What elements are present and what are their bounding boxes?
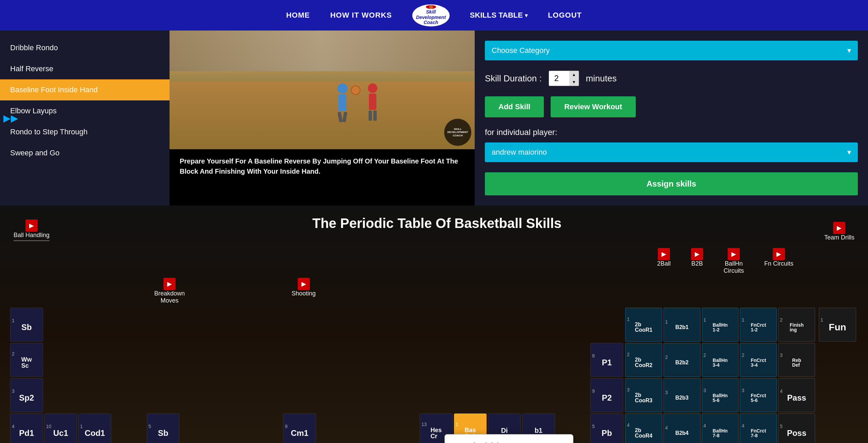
empty-cell (181, 343, 214, 377)
element-ballhn78[interactable]: 4 BallHn7-8 (702, 413, 739, 443)
sidebar-item-rondo[interactable]: Rondo to Step Through (0, 121, 170, 142)
element-cod1[interactable]: 1 Cod1 (78, 413, 111, 443)
sidebar-item-elbow[interactable]: Elbow Layups (0, 100, 170, 121)
empty-cell (215, 413, 248, 443)
empty-cell (386, 378, 418, 412)
empty-cell (522, 343, 555, 377)
element-fncrct12[interactable]: 1 FnCrct1-2 (740, 308, 777, 342)
element-2bcoor2[interactable]: 2 2bCooR2 (625, 343, 662, 377)
empty-cell (44, 343, 77, 377)
periodic-table-section: ▶ Ball Handling The Periodic Table Of Ba… (0, 206, 868, 443)
video-caption: Prepare Yourself For A Baseline Reverse … (170, 149, 475, 183)
empty-cell (556, 378, 589, 412)
element-sb2[interactable]: 5 Sb (147, 413, 180, 443)
element-p1[interactable]: 8 P1 (590, 343, 623, 377)
nav-skills-table[interactable]: SKILLS TABLE ▾ (470, 11, 528, 20)
empty-cell (147, 378, 180, 412)
empty-cell (352, 343, 384, 377)
empty-cell (283, 343, 316, 377)
b2b-play-button[interactable]: ▶ (691, 248, 703, 260)
nav-logout[interactable]: LOGOUT (548, 11, 582, 20)
nav-left-arrow[interactable]: ▶▶ (3, 113, 18, 124)
nav-links: HOME HOW IT WORKS 🏀 SkillDevelopmentCoac… (286, 4, 582, 26)
empty-cell (113, 413, 145, 443)
element-basfn6[interactable]: 1 BasFn6 6 Basic Finishes 6 Basic Finish… (454, 413, 487, 443)
sidebar-item-half-reverse[interactable]: Half Reverse (0, 58, 170, 79)
nav-home[interactable]: HOME (286, 11, 310, 20)
element-fun[interactable]: 1 Fun (819, 308, 856, 342)
element-ballhn34[interactable]: 2 BallHn3-4 (702, 343, 739, 377)
empty-cell (249, 378, 282, 412)
element-fncrct56[interactable]: 3 FnCrct5-6 (740, 378, 777, 412)
element-ballhn56[interactable]: 3 BallHn5-6 (702, 378, 739, 412)
periodic-table-title: The Periodic Table Of Basketball Skills (312, 216, 561, 231)
sidebar-item-sweep[interactable]: Sweep and Go (0, 142, 170, 163)
element-sb[interactable]: 1 Sb (10, 308, 43, 342)
sidebar-item-dribble-rondo[interactable]: Dribble Rondo (0, 37, 170, 58)
element-b2b4[interactable]: 4 B2b4 (664, 413, 701, 443)
element-ballhn12[interactable]: 1 BallHn1-2 (702, 308, 739, 342)
ball-handling-category: ▶ Ball Handling (14, 219, 50, 241)
element-2bcoor4[interactable]: 4 2bCooR4 (625, 413, 662, 443)
element-fncrct34[interactable]: 2 FnCrct3-4 (740, 343, 777, 377)
duration-spinners: ▲ ▼ (569, 71, 579, 86)
element-poss[interactable]: 5 Poss (778, 413, 815, 443)
2ball-play-button[interactable]: ▶ (658, 248, 670, 260)
element-wwsc[interactable]: 2 WwSc (10, 343, 43, 377)
element-2bcoor1[interactable]: 1 2bCooR1 (625, 308, 662, 342)
duration-input[interactable] (549, 71, 569, 86)
empty-cell (488, 378, 521, 412)
empty-cell (420, 378, 453, 412)
team-drills-play-button[interactable]: ▶ (833, 222, 845, 234)
empty-cell (215, 378, 248, 412)
fn-circuits-category: ▶ Fn Circuits (764, 248, 793, 274)
element-b2b3[interactable]: 3 B2b3 (664, 378, 701, 412)
empty-cell (78, 378, 111, 412)
element-pd1[interactable]: 4 Pd1 (10, 413, 43, 443)
empty-cell (181, 308, 214, 342)
sidebar-item-baseline[interactable]: Baseline Foot Inside Hand (0, 79, 170, 100)
spinner-down-button[interactable]: ▼ (569, 78, 579, 86)
empty-cell (420, 343, 453, 377)
ballhn-circuits-category: ▶ BallHnCircuits (724, 248, 744, 274)
empty-cell (317, 378, 350, 412)
element-fncrct78[interactable]: 4 FnCrct7-8 (740, 413, 777, 443)
element-b2b2[interactable]: 2 B2b2 (664, 343, 701, 377)
dropdown-chevron-icon: ▾ (847, 46, 851, 55)
element-rebdef[interactable]: 3 RebDef (778, 343, 815, 377)
ball-handling-play-button[interactable]: ▶ (25, 219, 38, 232)
empty-cell (249, 308, 282, 342)
ballhn-play-button[interactable]: ▶ (728, 248, 740, 260)
shooting-play-button[interactable]: ▶ (298, 278, 310, 290)
element-p2[interactable]: 9 P2 (590, 378, 623, 412)
review-workout-button[interactable]: Review Workout (551, 96, 636, 117)
assign-skills-button[interactable]: Assign skills (485, 172, 858, 195)
player-dropdown[interactable]: andrew maiorino ▾ (485, 142, 858, 162)
category-dropdown[interactable]: Choose Category ▾ (485, 41, 858, 60)
empty-cell (352, 413, 384, 443)
element-cm1[interactable]: 9 Cm1 (283, 413, 316, 443)
element-pass[interactable]: 4 Pass (778, 378, 815, 412)
breakdown-moves-play-button[interactable]: ▶ (163, 278, 176, 290)
empty-cell (386, 343, 418, 377)
nav-logo[interactable]: 🏀 SkillDevelopmentCoach (412, 4, 450, 26)
video-player[interactable]: SKILLDEVELOPMENTCOACH (170, 31, 475, 149)
player-dropdown-chevron-icon: ▾ (847, 148, 851, 157)
logo-text: SkillDevelopmentCoach (416, 9, 446, 25)
element-b2b1[interactable]: 1 B2b1 (664, 308, 701, 342)
empty-cell (317, 308, 350, 342)
spinner-up-button[interactable]: ▲ (569, 71, 579, 78)
element-2bcoor3[interactable]: 3 2bCooR3 (625, 378, 662, 412)
nav-how-it-works[interactable]: HOW IT WORKS (330, 11, 392, 20)
fn-circuits-play-button[interactable]: ▶ (773, 248, 785, 260)
right-panel: Choose Category ▾ Skill Duration : ▲ ▼ m… (475, 31, 868, 206)
skill-sidebar: Dribble Rondo Half Reverse Baseline Foot… (0, 31, 170, 206)
element-sp2[interactable]: 3 Sp2 (10, 378, 43, 412)
element-finishing[interactable]: 2 Finishing (778, 308, 815, 342)
empty-cell (454, 308, 487, 342)
empty-cell (556, 343, 589, 377)
element-pb[interactable]: 5 Pb (590, 413, 623, 443)
empty-cell (454, 378, 487, 412)
add-skill-button[interactable]: Add Skill (485, 96, 544, 117)
element-uc1[interactable]: 10 Uc1 (44, 413, 77, 443)
